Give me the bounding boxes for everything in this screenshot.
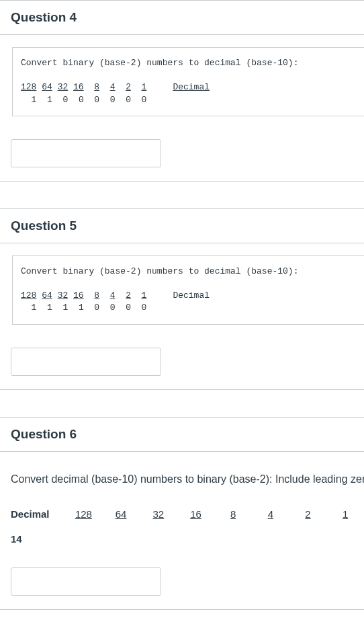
q4-col-128: 128	[21, 82, 36, 92]
q5-bit-64: 1	[47, 303, 52, 313]
q5-bit-2: 0	[126, 303, 131, 313]
q4-bit-1: 0	[142, 95, 147, 105]
q6-col-8: 8	[214, 508, 252, 520]
q5-col-1: 1	[142, 290, 147, 301]
q5-col-64: 64	[42, 290, 52, 301]
q4-col-64: 64	[42, 82, 52, 92]
q5-instruction: Convert binary (base-2) numbers to decim…	[21, 266, 298, 276]
question-4-title: Question 4	[11, 10, 353, 25]
question-6-answer-input[interactable]	[11, 567, 161, 596]
question-6-title: Question 6	[11, 427, 353, 442]
q4-col-16: 16	[73, 82, 84, 92]
q4-col-2: 2	[126, 82, 131, 92]
question-4-prompt: Convert binary (base-2) numbers to decim…	[12, 47, 364, 116]
q5-col-128: 128	[21, 290, 36, 301]
question-4-block: Question 4 Convert binary (base-2) numbe…	[0, 0, 364, 182]
q5-col-8: 8	[94, 290, 99, 301]
q4-bit-16: 0	[79, 95, 84, 105]
q4-col-1: 1	[142, 82, 147, 92]
q5-bit-16: 1	[79, 303, 84, 313]
question-5-header: Question 5	[0, 208, 364, 243]
q5-col-4: 4	[110, 290, 116, 301]
q5-col-2: 2	[126, 290, 131, 301]
q4-col-4: 4	[110, 82, 116, 92]
q4-col-32: 32	[58, 82, 69, 92]
question-5-prompt: Convert binary (base-2) numbers to decim…	[12, 255, 364, 325]
q5-bit-128: 1	[32, 303, 37, 313]
question-4-header: Question 4	[0, 0, 364, 35]
q5-col-32: 32	[58, 290, 69, 301]
q6-col-32: 32	[140, 508, 177, 520]
q5-col-16: 16	[73, 290, 84, 301]
q4-bit-2: 0	[126, 95, 131, 105]
q5-bit-1: 0	[142, 303, 147, 313]
q4-bit-8: 0	[94, 95, 99, 105]
question-5-title: Question 5	[11, 219, 353, 233]
q4-instruction: Convert binary (base-2) numbers to decim…	[21, 58, 298, 68]
q4-bit-32: 0	[62, 95, 68, 105]
question-6-header: Question 6	[0, 417, 364, 452]
question-6-body: Convert decimal (base-10) numbers to bin…	[0, 452, 364, 545]
q6-col-1: 1	[326, 508, 364, 520]
q6-col-decimal: Decimal	[11, 508, 65, 520]
question-5-answer-input[interactable]	[11, 348, 161, 376]
q5-bit-4: 0	[110, 303, 116, 313]
q5-col-decimal: Decimal	[173, 290, 210, 301]
question-5-block: Question 5 Convert binary (base-2) numbe…	[0, 208, 364, 390]
q6-col-2: 2	[289, 508, 327, 520]
q4-bit-128: 1	[32, 95, 37, 105]
q6-decimal-value: 14	[11, 533, 364, 545]
q6-col-128: 128	[65, 508, 103, 520]
q6-col-64: 64	[102, 508, 140, 520]
q5-bit-32: 1	[62, 303, 68, 313]
question-6-block: Question 6 Convert decimal (base-10) num…	[0, 417, 364, 610]
q6-instruction: Convert decimal (base-10) numbers to bin…	[11, 473, 364, 485]
q6-table: Decimal 128 64 32 16 8 4 2 1 14	[11, 508, 364, 545]
q4-bit-4: 0	[110, 95, 116, 105]
q6-col-4: 4	[252, 508, 289, 520]
q6-col-16: 16	[177, 508, 215, 520]
q4-bit-64: 1	[47, 95, 52, 105]
question-4-answer-input[interactable]	[11, 139, 161, 167]
q4-col-decimal: Decimal	[173, 82, 210, 92]
q5-bit-8: 0	[94, 303, 99, 313]
q6-header-row: Decimal 128 64 32 16 8 4 2 1	[11, 508, 364, 520]
q4-col-8: 8	[94, 82, 99, 92]
